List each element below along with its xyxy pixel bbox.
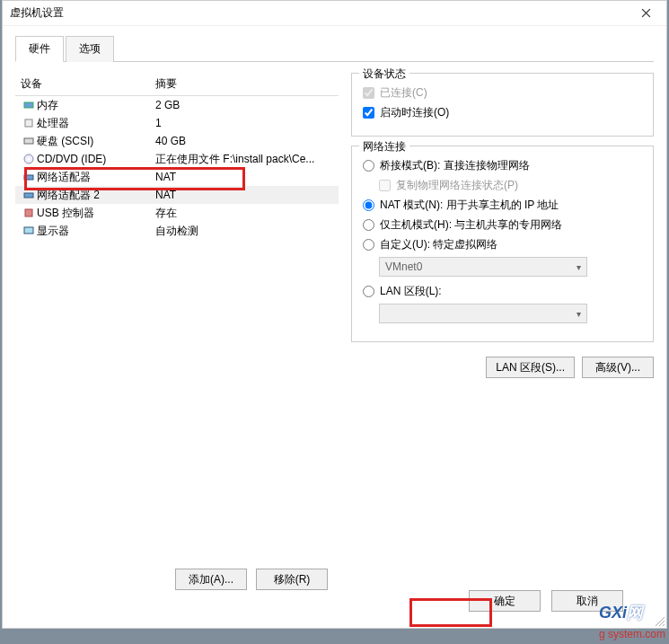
device-name: 处理器 xyxy=(37,116,155,131)
connected-checkbox: 已连接(C) xyxy=(363,85,642,101)
svg-rect-8 xyxy=(24,227,33,234)
device-summary: 1 xyxy=(155,117,333,129)
watermark: GXi网 g system.com xyxy=(599,602,665,642)
svg-rect-7 xyxy=(25,209,32,216)
lan-input[interactable] xyxy=(363,286,374,297)
device-row-net1[interactable]: 网络适配器 NAT xyxy=(15,168,339,186)
svg-point-4 xyxy=(28,158,31,161)
bridged-input[interactable] xyxy=(363,160,374,172)
hostonly-input[interactable] xyxy=(363,219,374,231)
titlebar: 虚拟机设置 xyxy=(3,1,666,26)
content-area: 硬件 选项 设备 摘要 内存 2 GB 处理器 xyxy=(3,26,666,387)
network-connection-group: 网络连接 桥接模式(B): 直接连接物理网络 复制物理网络连接状态(P) NAT… xyxy=(351,146,654,342)
svg-rect-1 xyxy=(25,119,32,127)
device-summary: 存在 xyxy=(155,206,333,221)
device-name: 内存 xyxy=(37,98,155,113)
connect-on-start-label: 启动时连接(O) xyxy=(380,105,449,120)
device-name: CD/DVD (IDE) xyxy=(37,153,155,165)
hostonly-radio[interactable]: 仅主机模式(H): 与主机共享的专用网络 xyxy=(363,217,642,233)
device-row-display[interactable]: 显示器 自动检测 xyxy=(15,222,339,240)
device-summary: NAT xyxy=(155,171,333,183)
tab-bar: 硬件 选项 xyxy=(15,35,654,62)
replicate-label: 复制物理网络连接状态(P) xyxy=(396,178,518,193)
nat-label: NAT 模式(N): 用于共享主机的 IP 地址 xyxy=(380,198,559,213)
cpu-icon xyxy=(22,117,35,129)
device-name: 硬盘 (SCSI) xyxy=(37,134,155,149)
device-status-group: 设备状态 已连接(C) 启动时连接(O) xyxy=(351,73,654,137)
window-title: 虚拟机设置 xyxy=(10,5,64,21)
lan-label: LAN 区段(L): xyxy=(380,284,442,299)
device-header: 设备 摘要 xyxy=(15,73,339,96)
device-row-cd[interactable]: CD/DVD (IDE) 正在使用文件 F:\install pack\Ce..… xyxy=(15,150,339,168)
col-device: 设备 xyxy=(21,76,155,92)
device-action-buttons: 添加(A)... 移除(R) xyxy=(175,569,328,590)
close-icon xyxy=(641,8,651,18)
network-buttons: LAN 区段(S)... 高级(V)... xyxy=(351,357,654,378)
replicate-checkbox: 复制物理网络连接状态(P) xyxy=(379,178,642,193)
display-icon xyxy=(22,225,35,237)
network-icon xyxy=(22,171,35,183)
settings-window: 虚拟机设置 硬件 选项 设备 摘要 内存 2 GB xyxy=(2,0,667,629)
advanced-button[interactable]: 高级(V)... xyxy=(582,357,654,378)
settings-pane: 设备状态 已连接(C) 启动时连接(O) 网络连接 桥接模式(B): 直接连接物… xyxy=(351,73,654,378)
device-summary: NAT xyxy=(155,189,333,201)
remove-button[interactable]: 移除(R) xyxy=(256,569,328,590)
device-row-net2[interactable]: 网络适配器 2 NAT xyxy=(15,186,339,204)
lan-radio[interactable]: LAN 区段(L): xyxy=(363,284,642,299)
lan-combo: ▾ xyxy=(379,304,587,323)
device-row-cpu[interactable]: 处理器 1 xyxy=(15,114,339,132)
device-summary: 自动检测 xyxy=(155,224,333,239)
cd-icon xyxy=(22,153,35,165)
custom-vmnet-value: VMnet0 xyxy=(385,260,422,273)
device-name: 网络适配器 xyxy=(37,170,155,185)
nat-input[interactable] xyxy=(363,199,374,211)
custom-radio[interactable]: 自定义(U): 特定虚拟网络 xyxy=(363,237,642,252)
device-summary: 正在使用文件 F:\install pack\Ce... xyxy=(155,152,333,167)
hostonly-label: 仅主机模式(H): 与主机共享的专用网络 xyxy=(380,217,562,233)
tab-options[interactable]: 选项 xyxy=(66,36,114,62)
custom-input[interactable] xyxy=(363,239,374,251)
tab-hardware[interactable]: 硬件 xyxy=(15,36,64,62)
lan-segments-button[interactable]: LAN 区段(S)... xyxy=(486,357,575,378)
group-title: 网络连接 xyxy=(359,139,409,154)
main-panels: 设备 摘要 内存 2 GB 处理器 1 xyxy=(15,73,654,378)
disk-icon xyxy=(22,135,35,147)
device-row-memory[interactable]: 内存 2 GB xyxy=(15,96,339,114)
memory-icon xyxy=(22,99,35,111)
usb-icon xyxy=(22,207,35,219)
connect-on-start-input[interactable] xyxy=(363,107,374,119)
add-button[interactable]: 添加(A)... xyxy=(175,569,247,590)
svg-rect-6 xyxy=(24,193,33,198)
group-title: 设备状态 xyxy=(359,66,409,82)
connected-input xyxy=(363,87,374,99)
device-summary: 2 GB xyxy=(155,99,333,111)
device-summary: 40 GB xyxy=(155,135,333,147)
connect-on-start-checkbox[interactable]: 启动时连接(O) xyxy=(363,105,642,120)
device-name: USB 控制器 xyxy=(37,206,155,221)
ok-button[interactable]: 确定 xyxy=(469,590,541,612)
col-summary: 摘要 xyxy=(155,76,333,92)
nat-radio[interactable]: NAT 模式(N): 用于共享主机的 IP 地址 xyxy=(363,198,642,213)
bridged-label: 桥接模式(B): 直接连接物理网络 xyxy=(380,158,530,173)
close-button[interactable] xyxy=(632,1,659,26)
chevron-down-icon: ▾ xyxy=(577,262,581,272)
custom-vmnet-combo: VMnet0 ▾ xyxy=(379,257,587,277)
device-name: 网络适配器 2 xyxy=(37,188,155,203)
device-row-disk[interactable]: 硬盘 (SCSI) 40 GB xyxy=(15,132,339,150)
device-name: 显示器 xyxy=(37,224,155,239)
bridged-radio[interactable]: 桥接模式(B): 直接连接物理网络 xyxy=(363,158,642,173)
network-icon xyxy=(22,189,35,201)
connected-label: 已连接(C) xyxy=(380,85,427,101)
custom-label: 自定义(U): 特定虚拟网络 xyxy=(380,237,497,252)
device-pane: 设备 摘要 内存 2 GB 处理器 1 xyxy=(15,73,339,378)
device-row-usb[interactable]: USB 控制器 存在 xyxy=(15,204,339,222)
svg-rect-0 xyxy=(24,102,33,108)
svg-rect-5 xyxy=(24,175,33,180)
replicate-input xyxy=(379,180,391,191)
chevron-down-icon: ▾ xyxy=(577,309,581,319)
device-list: 内存 2 GB 处理器 1 硬盘 (SCSI) 40 GB xyxy=(15,96,339,240)
svg-rect-2 xyxy=(24,138,33,144)
